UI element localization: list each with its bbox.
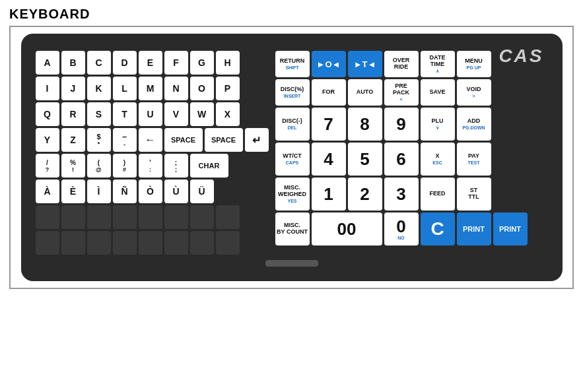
key-M[interactable]: M [139, 77, 162, 100]
key-4[interactable]: 4 [312, 143, 346, 176]
key-disc-minus[interactable]: DISC(-) DEL [275, 108, 310, 141]
key-row-3: Q R S T U V W X [36, 102, 269, 126]
key-egrave[interactable]: È [61, 180, 85, 203]
key-J[interactable]: J [61, 77, 85, 100]
blank-12 [113, 231, 137, 255]
key-semicolon[interactable]: ;; [164, 154, 188, 178]
blank-3 [87, 205, 111, 229]
key-N[interactable]: N [164, 77, 188, 100]
key-misc-bycount[interactable]: MISC.BY COUNT [275, 212, 310, 245]
key-apostrophe[interactable]: ': [139, 154, 162, 178]
key-agrave[interactable]: À [36, 180, 59, 203]
key-3[interactable]: 3 [384, 178, 419, 211]
key-space2[interactable]: SPACE [205, 128, 243, 152]
key-void[interactable]: VOID > [457, 79, 491, 106]
keyboard-body: A B C D E F G H I J K L M N O [36, 51, 548, 255]
key-char[interactable]: CHAR [190, 154, 228, 178]
key-9[interactable]: 9 [384, 108, 419, 141]
blank-5 [139, 205, 162, 229]
key-T[interactable]: T [113, 102, 137, 126]
blank-11 [87, 231, 111, 255]
key-override[interactable]: OVERRIDE [384, 51, 419, 77]
blank-10 [61, 231, 85, 255]
key-ograve[interactable]: Ò [139, 180, 162, 203]
key-paren-close[interactable]: )# [113, 154, 137, 178]
key-D[interactable]: D [113, 51, 137, 75]
blank-2 [61, 205, 85, 229]
key-U[interactable]: U [139, 102, 162, 126]
key-S[interactable]: S [87, 102, 111, 126]
key-backspace[interactable]: ← [139, 128, 162, 152]
key-L[interactable]: L [113, 77, 137, 100]
key-plu[interactable]: PLU ∨ [421, 108, 455, 141]
key-slash[interactable]: /? [36, 154, 59, 178]
right-row-5: MISC.WEIGHED YES 1 2 3 FEED [275, 178, 528, 211]
key-A[interactable]: A [36, 51, 59, 75]
key-save[interactable]: SAVE [421, 79, 455, 106]
key-row-2: I J K L M N O P [36, 77, 269, 100]
key-00[interactable]: 00 [312, 212, 382, 245]
key-H[interactable]: H [216, 51, 240, 75]
right-row-3: DISC(-) DEL 7 8 9 PLU ∨ [275, 108, 528, 141]
key-row-8 [36, 231, 269, 255]
key-percent[interactable]: %! [61, 154, 85, 178]
key-for[interactable]: FOR [312, 79, 346, 106]
key-dollar[interactable]: $* [87, 128, 111, 152]
key-auto[interactable]: AUTO [348, 79, 382, 106]
blank-13 [139, 231, 162, 255]
key-prepack[interactable]: PREPACK < [384, 79, 419, 106]
key-add[interactable]: ADD PG.DOWN [457, 108, 491, 141]
key-6[interactable]: 6 [384, 143, 419, 176]
key-C[interactable]: C [87, 51, 111, 75]
key-misc-weighed[interactable]: MISC.WEIGHED YES [275, 178, 310, 211]
key-wtct[interactable]: WT/CT CAPS [275, 143, 310, 176]
right-row-2: DISC(%) INSERT FOR AUTO PREPACK < SAVE [275, 79, 528, 106]
key-pay[interactable]: PAY TEST [457, 143, 491, 176]
right-section: RETURN SHIFT ►O◄ ►T◄ OVERRIDE DATETIME ∧ [275, 51, 528, 255]
key-Z[interactable]: Z [61, 128, 85, 152]
key-1[interactable]: 1 [312, 178, 346, 211]
key-feed[interactable]: FEED [421, 178, 455, 211]
key-C[interactable]: C [421, 212, 455, 245]
key-O-button[interactable]: ►O◄ [312, 51, 346, 77]
key-B[interactable]: B [61, 51, 85, 75]
blank-15 [190, 231, 214, 255]
key-0[interactable]: 0 NO [384, 212, 419, 245]
key-ntilde[interactable]: Ñ [113, 180, 137, 203]
keyboard-device: CAS A B C D E F G H I J [21, 34, 563, 281]
key-E[interactable]: E [139, 51, 162, 75]
key-disc-percent[interactable]: DISC(%) INSERT [275, 79, 310, 106]
key-W[interactable]: W [190, 102, 214, 126]
key-menu[interactable]: MENU PG UP [457, 51, 491, 77]
key-space1[interactable]: SPACE [164, 128, 203, 152]
key-K[interactable]: K [87, 77, 111, 100]
key-udiaeresis[interactable]: Ü [190, 180, 214, 203]
key-I[interactable]: I [36, 77, 59, 100]
key-7[interactable]: 7 [312, 108, 346, 141]
key-2[interactable]: 2 [348, 178, 382, 211]
key-8[interactable]: 8 [348, 108, 382, 141]
key-P[interactable]: P [216, 77, 240, 100]
key-dash[interactable]: –- [113, 128, 137, 152]
key-R[interactable]: R [61, 102, 85, 126]
key-V[interactable]: V [164, 102, 188, 126]
key-paren-open[interactable]: (@ [87, 154, 111, 178]
key-G[interactable]: G [190, 51, 214, 75]
key-st-ttl[interactable]: STTTL [457, 178, 491, 211]
key-enter[interactable]: ↵ [245, 128, 269, 152]
key-igrave[interactable]: Ì [87, 180, 111, 203]
key-x-esc[interactable]: X ESC [421, 143, 455, 176]
key-Q[interactable]: Q [36, 102, 59, 126]
key-return[interactable]: RETURN SHIFT [275, 51, 310, 77]
key-Y[interactable]: Y [36, 128, 59, 152]
key-O[interactable]: O [190, 77, 214, 100]
key-5[interactable]: 5 [348, 143, 382, 176]
key-ugrave[interactable]: Ù [164, 180, 188, 203]
key-X[interactable]: X [216, 102, 240, 126]
blank-6 [164, 205, 188, 229]
key-T-button[interactable]: ►T◄ [348, 51, 382, 77]
key-F[interactable]: F [164, 51, 188, 75]
key-print-2[interactable]: PRINT [493, 212, 528, 245]
key-datetime[interactable]: DATETIME ∧ [421, 51, 455, 77]
key-print-1[interactable]: PRINT [457, 212, 491, 245]
